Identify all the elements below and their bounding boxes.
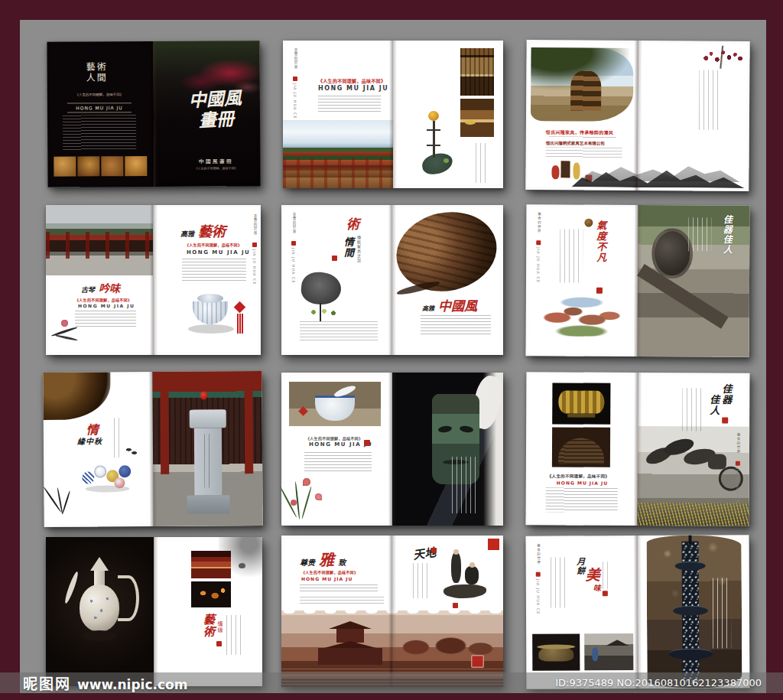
spread-gutter <box>388 373 396 526</box>
plum-branch-illustration <box>700 46 743 69</box>
side-label-en: JIA JU HUA CE <box>536 579 541 625</box>
roof-shape <box>606 640 629 646</box>
title-black: 高雅 <box>422 304 434 312</box>
side-label-en: JIA JU HUA CE <box>736 468 740 513</box>
tablet-body <box>194 428 223 495</box>
spread-bowl-mask: 《人生的不同理解，品味不同》 HONG MU JIA JU <box>281 373 503 526</box>
body-lines <box>546 487 618 512</box>
side-label-en: JIA JU HUA CE <box>536 247 541 293</box>
gold-artifact-photo <box>552 383 610 424</box>
grass-texture <box>637 503 749 526</box>
spread-gutter <box>388 536 396 687</box>
blue-pattern <box>193 301 228 324</box>
spread-qidu: 美食的世界 JIA JU HUA CE 氣度不凡 佳器佳人 <box>525 204 749 357</box>
title-black: 高雅 <box>180 230 194 238</box>
spread-gutter <box>151 537 158 686</box>
body-lines <box>318 96 381 112</box>
cover-caption: 中國風畫冊 <box>180 157 251 164</box>
couple-photo <box>440 548 489 600</box>
body-lines <box>182 259 246 282</box>
turret-roof <box>329 621 372 629</box>
brand-heading: HONG MU JIA JU <box>309 441 372 448</box>
figure-standing <box>451 552 461 583</box>
chariot-cab <box>708 454 726 469</box>
spread-gutter <box>633 41 642 190</box>
ewer-spout <box>63 571 80 604</box>
side-label-en: JIA JU HUA CE <box>252 249 257 295</box>
brand-heading: HONG MU JIA JU <box>187 249 250 256</box>
seal-icon <box>431 548 437 553</box>
tagline: 《人生的不同理解，品味不同》 <box>75 297 132 302</box>
lantern-bar <box>427 145 440 146</box>
lotus-ink-illustration <box>47 317 93 350</box>
brand-heading: HONG MU JIA JU <box>78 303 135 308</box>
mask-eye <box>460 425 474 433</box>
seal-icon <box>722 418 728 424</box>
overlay-calligraphy-b: 佳人 <box>707 394 721 425</box>
title-red: 吟味 <box>99 282 120 295</box>
teacup-photo <box>173 288 252 350</box>
lion-head-icon <box>584 219 593 227</box>
courtyard-photo <box>46 205 153 275</box>
chinese-knot <box>234 301 246 314</box>
cover-photo-strip <box>54 156 147 177</box>
brand-heading: HONG MU JIA JU <box>318 85 388 92</box>
orchid-flowers-illustration <box>281 477 335 524</box>
side-label-en: JIA JU HUA CE <box>291 248 296 294</box>
wood-interior-photo <box>460 48 494 96</box>
spread-ewer-art: 藝術 情緣 <box>46 537 262 686</box>
gold-stand <box>567 414 595 418</box>
cup-shadow <box>188 324 234 334</box>
leaf-highlight <box>443 158 449 163</box>
left-title: 古琴 吟味 <box>81 280 120 295</box>
porcelain-ball <box>119 465 131 477</box>
seal-icon <box>293 77 297 81</box>
food-thumb <box>125 156 147 176</box>
vertical-body-lines <box>114 418 123 457</box>
cup-lid <box>197 294 223 303</box>
porcelain-cup <box>193 301 228 324</box>
tablet-base <box>187 495 229 513</box>
ink-stroke <box>55 334 78 341</box>
furniture-shape <box>560 161 570 177</box>
right-title: 高雅 藝術 <box>180 220 226 240</box>
edge-labels: 美食的世界 JIA JU HUA CE <box>734 433 742 513</box>
green-dots <box>307 308 338 317</box>
ink-lotus-leaf <box>421 151 453 175</box>
lattice-pattern <box>460 48 494 96</box>
food-thumb <box>101 156 123 176</box>
ewer-handle <box>118 575 139 621</box>
seal-icon <box>536 240 541 245</box>
side-label-cn: 美食的世界 <box>536 544 541 570</box>
figure-sitting <box>465 566 479 584</box>
title-red-small: 味 <box>593 581 601 593</box>
ewer-body <box>80 584 119 632</box>
orchid-ink-illustration <box>44 478 83 524</box>
ewer-pedestal <box>83 630 116 641</box>
cover-body-lines <box>63 115 136 151</box>
tablet-inscription <box>204 434 211 487</box>
red-seal-stamp <box>471 655 484 668</box>
title-red: 雅 <box>319 551 334 569</box>
temple-gate-photo <box>191 551 231 578</box>
title-black: 古琴 <box>81 286 95 294</box>
vertical-subtitle-red: 情緣 <box>216 621 223 638</box>
figure-head <box>453 549 459 555</box>
brand-heading: HONG MU JIA JU <box>301 576 353 581</box>
seal-icon <box>252 243 257 247</box>
side-label-cn: 美食的世界 <box>291 213 296 239</box>
watermark-bar: 昵图网 www.nipic.com ID:9375489 NO:20160810… <box>0 672 783 693</box>
mask-eye <box>438 425 453 433</box>
body-lines <box>421 315 491 335</box>
leaf-stroke <box>301 487 312 519</box>
vertical-body-lines <box>413 563 428 598</box>
red-corner-square <box>488 539 499 550</box>
villager-figure <box>592 647 598 661</box>
side-label-cn: 美食的世界 <box>736 433 740 459</box>
figure-red <box>551 165 559 179</box>
tagline: 《人生的不同理解，品味不同》 <box>547 473 609 479</box>
body-lines <box>300 597 384 604</box>
tagline: 《人生的不同理解，品味不同》 <box>301 569 358 575</box>
spread-gutter <box>388 205 396 355</box>
palace-photo <box>283 120 393 188</box>
